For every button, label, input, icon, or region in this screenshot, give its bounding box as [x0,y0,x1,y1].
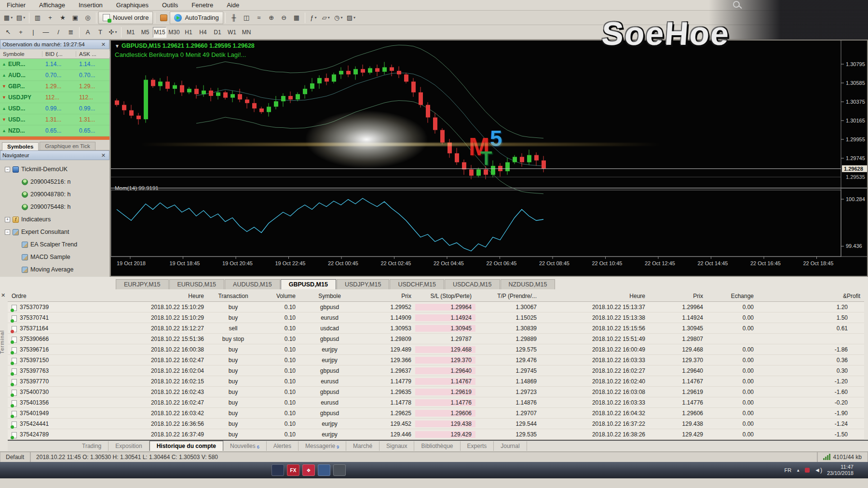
chart-tab-audusd-m15[interactable]: AUDUSD,M15 [225,279,280,289]
terminal-tab-exposition[interactable]: Exposition [108,441,149,451]
terminal-tab-signaux[interactable]: Signaux [380,441,414,451]
indicators-icon[interactable]: ƒ▾ [308,12,319,24]
navigator-item[interactable]: 2090048780: h [3,188,109,201]
vertical-line-icon[interactable]: | [27,27,39,38]
chart-tab-eurjpy-m15[interactable]: EURJPY,M15 [116,279,169,289]
market-watch-row[interactable]: ▼USD...1.31...1.31... [0,114,109,125]
terminal-tab-bibliothèque[interactable]: Bibliothèque [414,441,460,451]
close-icon[interactable]: ✕ [100,41,107,48]
timeframe-m15[interactable]: M15 [153,27,166,38]
chevron-down-icon[interactable]: ▼ [115,43,120,49]
table-row[interactable]: 3754007302018.10.22 16:02:43buy0.10gbpus… [8,387,864,397]
language-indicator[interactable]: FR [784,467,791,473]
terminal-tab-messagerie[interactable]: Messagerie9 [298,441,346,451]
tray-app-icon[interactable] [805,468,810,473]
arrows-icon[interactable]: ✣▾ [107,27,119,38]
table-row[interactable]: 3754013562018.10.22 16:02:47buy0.10eurus… [8,397,864,408]
bar-chart-icon[interactable]: ╫ [228,12,240,24]
line-chart-icon[interactable]: ≈ [253,12,265,24]
market-watch-row[interactable]: ▲EUR...1.14...1.14... [0,59,109,70]
table-row[interactable]: 3754019492018.10.22 16:03:42buy0.10gbpus… [8,408,864,419]
navigator-item[interactable]: EA Scalper Trend [3,238,109,251]
metaeditor-button[interactable] [158,12,169,24]
search-icon[interactable]: ◎ [82,12,94,24]
table-row[interactable]: 3753977702018.10.22 16:02:15buy0.10eurus… [8,376,864,387]
tray-expand-icon[interactable]: ▲ [796,468,800,473]
timeframe-mn[interactable]: MN [240,27,253,38]
table-row[interactable]: 3753967162018.10.22 16:00:38buy0.10eurjp… [8,344,864,355]
timeframe-w1[interactable]: W1 [225,27,239,38]
terminal-tab-nouvelles[interactable]: Nouvelles6 [223,441,267,451]
chart-tab-gbpusd-m15[interactable]: GBPUSD,M15 [281,279,336,289]
crosshair-icon[interactable]: + [15,27,27,38]
text-label-icon[interactable]: T [95,27,106,38]
new-chart-icon[interactable]: ▦▾ [2,12,14,24]
market-watch-row[interactable]: ▼USDJPY112...112... [0,92,109,103]
terminal-tab-historique-du-compte[interactable]: Historique du compte [149,441,223,451]
table-row[interactable]: 3754244412018.10.22 16:36:56buy0.10eurjp… [8,419,864,429]
trendline-icon[interactable]: / [53,27,64,38]
navigator-item[interactable]: −Expert Consultant [3,226,109,238]
font-icon[interactable]: A [82,27,94,38]
navigator-item[interactable]: Moving Average [3,263,109,276]
market-watch-row[interactable]: ▲AUD...0.70...0.70... [0,70,109,81]
app-gray[interactable] [333,464,346,476]
zoom-out-icon[interactable]: ⊖ [278,12,290,24]
navigator-item[interactable]: MACD Sample [3,251,109,263]
expand-icon[interactable]: + [5,217,10,222]
crosshair-move-icon[interactable]: + [44,12,56,24]
menu-item-outils[interactable]: Outils [155,0,185,10]
close-icon[interactable]: ✕ [1,292,5,298]
periods-icon[interactable]: ◷▾ [333,12,344,24]
menu-item-affichage[interactable]: Affichage [32,0,72,10]
candle-chart-icon[interactable]: ◫ [241,12,252,24]
app-fx[interactable]: FX [287,464,299,476]
terminal-tab-marché[interactable]: Marché [346,441,380,451]
menu-item-fichier[interactable]: Fichier [0,0,32,10]
navigator-item[interactable]: +fIndicateurs [3,213,109,226]
market-watch-icon[interactable]: ▥ [32,12,43,24]
menu-item-insertion[interactable]: Insertion [72,0,109,10]
terminal-tab-alertes[interactable]: Alertes [267,441,298,451]
chart-tab-usdchf-m15[interactable]: USDCHF,M15 [390,279,444,289]
new-order-button[interactable]: Nouvel ordre [98,12,153,24]
table-row[interactable]: 3754247892018.10.22 16:37:49buy0.10eurjp… [8,429,864,440]
terminal-tab-trading[interactable]: Trading [75,441,108,451]
chart-tab-usdcad-m15[interactable]: USDCAD,M15 [445,279,500,289]
market-watch-row[interactable]: ▲NZD...0.65...0.65... [0,125,109,136]
market-watch-tab-graphique-en-tick[interactable]: Graphique en Tick [40,142,95,150]
timeframe-m30[interactable]: M30 [167,27,181,38]
navigator-item[interactable]: 2090045216: n [3,176,109,188]
profiles-icon[interactable]: ▤▾ [15,12,27,24]
menu-item-fenetre[interactable]: Fenetre [185,0,220,10]
terminal-tab-experts[interactable]: Experts [461,441,494,451]
close-icon[interactable]: ✕ [100,152,107,159]
taskbar-clock[interactable]: 11:47 23/10/2018 [827,464,854,476]
market-watch-row[interactable]: ▼GBP...1.29...1.29... [0,81,109,92]
app-blue[interactable] [318,464,330,476]
table-row[interactable]: 3753971502018.10.22 16:02:47buy0.10eurjp… [8,355,864,366]
table-row[interactable]: 3753707412018.10.22 15:10:29buy0.10eurus… [8,312,864,323]
profile-status[interactable]: Default [0,452,30,462]
volume-icon[interactable]: ◄) [814,467,822,474]
cursor-icon[interactable]: ↖ [2,27,14,38]
navigator-item[interactable]: 2090075448: h [3,201,109,213]
autotrading-button[interactable]: AutoTrading [170,12,223,24]
market-watch-tab-symboles[interactable]: Symboles [2,142,39,150]
timeframe-h1[interactable]: H1 [182,27,195,38]
templates-icon[interactable]: ▨▾ [345,12,357,24]
market-watch-row[interactable]: ▲USD...0.99...0.99... [0,103,109,114]
horizontal-line-icon[interactable]: — [40,27,52,38]
table-row[interactable]: 3753906662018.10.22 15:51:36buy stop0.10… [8,334,864,344]
app-dark[interactable] [271,464,284,476]
chart-tab-usdjpy-m15[interactable]: USDJPY,M15 [337,279,390,289]
terminal-tab-journal[interactable]: Journal [494,441,527,451]
chart-window[interactable]: 1.307951.305851.303751.301651.299551.297… [110,40,868,277]
timeframe-m5[interactable]: M5 [138,27,152,38]
objects-icon[interactable]: ▱▾ [320,12,332,24]
timeframe-m1[interactable]: M1 [124,27,137,38]
navigator-item[interactable]: −Tickmill-DemoUK [3,163,109,176]
collapse-icon[interactable]: − [5,167,10,172]
zoom-in-icon[interactable]: ⊕ [266,12,277,24]
collapse-icon[interactable]: − [5,230,10,235]
